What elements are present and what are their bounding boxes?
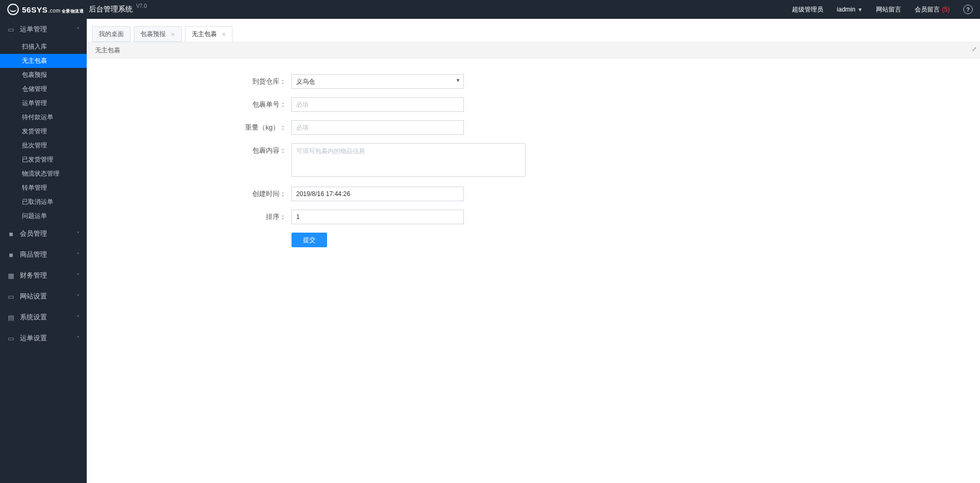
tab-forecast[interactable]: 包裹预报 × bbox=[134, 26, 182, 42]
sidebar-item-label: 物流状态管理 bbox=[22, 169, 60, 178]
tab-label: 包裹预报 bbox=[141, 30, 166, 39]
chevron-down-icon: ˅ bbox=[77, 336, 79, 341]
sidebar-item-label: 问题运单 bbox=[22, 212, 47, 221]
sidebar-group-label: 网站设置 bbox=[20, 292, 47, 301]
main-area: 我的桌面 包裹预报 × 无主包裹 × 无主包裹 ⤢ 到货仓库： 义乌仓 bbox=[87, 19, 980, 483]
sidebar-group-waybill[interactable]: 运单管理 ˄ bbox=[0, 19, 87, 40]
package-no-input[interactable] bbox=[291, 97, 464, 112]
user-menu[interactable]: iadmin ▼ bbox=[837, 6, 862, 13]
sidebar-item-transfer[interactable]: 转单管理 bbox=[0, 181, 87, 195]
header-right: 超级管理员 iadmin ▼ 网站留言 会员留言 (5) ? bbox=[792, 5, 973, 14]
chevron-down-icon: ˅ bbox=[77, 315, 79, 320]
brand-main: 56SYS bbox=[22, 5, 48, 14]
sidebar-item-label: 包裹预报 bbox=[22, 71, 47, 79]
member-message-link[interactable]: 会员留言 (5) bbox=[915, 5, 950, 14]
sidebar-item-label: 已发货管理 bbox=[22, 155, 53, 164]
gift-icon bbox=[7, 272, 15, 280]
close-icon[interactable]: × bbox=[171, 30, 175, 38]
sort-input[interactable] bbox=[291, 210, 464, 224]
sidebar-item-label: 仓储管理 bbox=[22, 85, 47, 94]
chevron-down-icon: ▼ bbox=[857, 7, 862, 13]
sidebar-item-problem[interactable]: 问题运单 bbox=[0, 209, 87, 223]
sidebar-item-label: 已取消运单 bbox=[22, 198, 53, 206]
brand-text: 56SYS.com 全景物流通 bbox=[22, 5, 84, 14]
created-time-input[interactable] bbox=[291, 187, 464, 201]
sidebar-item-label: 批次管理 bbox=[22, 141, 47, 150]
content-label: 包裹内容： bbox=[87, 143, 291, 178]
sidebar-group-product[interactable]: 商品管理 ˅ bbox=[0, 244, 87, 265]
doc-icon bbox=[7, 26, 15, 33]
tab-bar: 我的桌面 包裹预报 × 无主包裹 × bbox=[87, 23, 980, 42]
sidebar-item-shipped[interactable]: 已发货管理 bbox=[0, 153, 87, 167]
sidebar-item-label: 转单管理 bbox=[22, 183, 47, 192]
sort-label: 排序： bbox=[87, 210, 291, 224]
member-message-count: (5) bbox=[942, 6, 950, 13]
chevron-down-icon: ˅ bbox=[77, 252, 79, 258]
sidebar: 运单管理 ˄ 扫描入库 无主包裹 包裹预报 仓储管理 运单管理 待付款运单 发货… bbox=[0, 19, 87, 483]
sidebar-group-label: 商品管理 bbox=[20, 250, 47, 259]
logo-icon bbox=[7, 4, 19, 15]
user-icon bbox=[7, 231, 15, 237]
sidebar-group-finance[interactable]: 财务管理 ˅ bbox=[0, 265, 87, 286]
created-time-label: 创建时间： bbox=[87, 187, 291, 201]
tab-label: 无主包裹 bbox=[192, 30, 217, 39]
site-message-link[interactable]: 网站留言 bbox=[876, 5, 901, 14]
brand-logo: 56SYS.com 全景物流通 bbox=[7, 4, 84, 15]
help-icon[interactable]: ? bbox=[963, 5, 973, 14]
sidebar-item-label: 无主包裹 bbox=[22, 56, 47, 65]
sidebar-item-waybill[interactable]: 运单管理 bbox=[0, 96, 87, 110]
app-header: 56SYS.com 全景物流通 后台管理系统 V7.0 超级管理员 iadmin… bbox=[0, 0, 980, 19]
chevron-down-icon: ˅ bbox=[77, 231, 79, 237]
chevron-down-icon: ˅ bbox=[77, 294, 79, 300]
sidebar-group-label: 运单管理 bbox=[20, 25, 47, 34]
sidebar-item-label: 扫描入库 bbox=[22, 42, 47, 51]
weight-label: 重量（kg）： bbox=[87, 120, 291, 135]
sidebar-item-label: 发货管理 bbox=[22, 127, 47, 136]
sidebar-submenu-waybill: 扫描入库 无主包裹 包裹预报 仓储管理 运单管理 待付款运单 发货管理 批次管理… bbox=[0, 40, 87, 223]
page-title-bar: 无主包裹 ⤢ bbox=[87, 42, 980, 59]
form-container: 到货仓库： 义乌仓 包裹单号： 重量（kg）： bbox=[87, 59, 980, 483]
package-no-label: 包裹单号： bbox=[87, 97, 291, 112]
sidebar-item-scan-in[interactable]: 扫描入库 bbox=[0, 40, 87, 54]
page-title: 无主包裹 bbox=[95, 46, 120, 55]
sidebar-group-member[interactable]: 会员管理 ˅ bbox=[0, 223, 87, 244]
sidebar-item-storage[interactable]: 仓储管理 bbox=[0, 82, 87, 96]
tab-unclaimed[interactable]: 无主包裹 × bbox=[185, 26, 233, 42]
spacer bbox=[87, 233, 291, 247]
brand-sub: 全景物流通 bbox=[62, 9, 84, 14]
sidebar-item-logistics[interactable]: 物流状态管理 bbox=[0, 167, 87, 181]
sidebar-group-site[interactable]: 网站设置 ˅ bbox=[0, 286, 87, 307]
tab-label: 我的桌面 bbox=[99, 30, 124, 39]
sidebar-group-label: 运单设置 bbox=[20, 334, 47, 343]
sidebar-group-label: 会员管理 bbox=[20, 229, 47, 238]
sidebar-item-unclaimed[interactable]: 无主包裹 bbox=[0, 54, 87, 68]
version-label: V7.0 bbox=[136, 3, 147, 9]
sidebar-group-label: 系统设置 bbox=[20, 313, 47, 322]
warehouse-label: 到货仓库： bbox=[87, 74, 291, 89]
sidebar-item-forecast[interactable]: 包裹预报 bbox=[0, 68, 87, 82]
close-icon[interactable]: × bbox=[222, 30, 226, 38]
weight-input[interactable] bbox=[291, 120, 464, 135]
warehouse-select[interactable]: 义乌仓 bbox=[291, 74, 464, 89]
sidebar-group-label: 财务管理 bbox=[20, 271, 47, 280]
sidebar-item-label: 运单管理 bbox=[22, 99, 47, 108]
doc-icon bbox=[7, 335, 15, 342]
gear-icon bbox=[7, 314, 15, 321]
brand-tld: .com bbox=[48, 8, 61, 14]
member-message-label: 会员留言 bbox=[915, 5, 940, 14]
sidebar-item-cancelled[interactable]: 已取消运单 bbox=[0, 195, 87, 209]
submit-button[interactable]: 提交 bbox=[291, 233, 327, 247]
user-icon bbox=[7, 252, 15, 258]
chevron-down-icon: ˅ bbox=[77, 273, 79, 279]
chevron-up-icon: ˄ bbox=[77, 27, 79, 32]
sidebar-item-label: 待付款运单 bbox=[22, 113, 53, 122]
tab-desktop[interactable]: 我的桌面 bbox=[92, 26, 131, 42]
content-textarea[interactable] bbox=[291, 143, 526, 177]
sidebar-item-shipping[interactable]: 发货管理 bbox=[0, 124, 87, 139]
sidebar-group-waybill-settings[interactable]: 运单设置 ˅ bbox=[0, 328, 87, 349]
system-title: 后台管理系统 bbox=[89, 5, 133, 14]
expand-icon[interactable]: ⤢ bbox=[972, 45, 977, 53]
sidebar-item-pending-pay[interactable]: 待付款运单 bbox=[0, 110, 87, 124]
sidebar-group-system[interactable]: 系统设置 ˅ bbox=[0, 307, 87, 328]
sidebar-item-batch[interactable]: 批次管理 bbox=[0, 139, 87, 153]
